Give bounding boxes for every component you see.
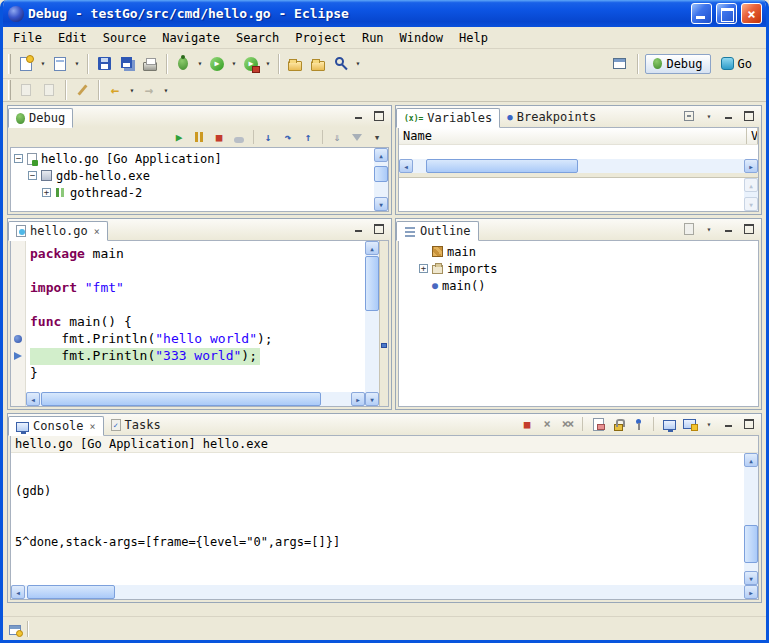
remove-launch-icon[interactable]: × (539, 417, 555, 431)
scrollbar-thumb[interactable] (41, 392, 321, 406)
last-edit-location-button[interactable] (71, 79, 93, 101)
breakpoint-ruler[interactable] (11, 241, 26, 406)
collapse-all-button[interactable] (681, 109, 697, 123)
toolbar-handle[interactable] (8, 54, 11, 74)
scroll-left-icon[interactable]: ◀ (11, 585, 25, 599)
minimize-view-button[interactable] (351, 222, 367, 236)
back-button[interactable]: ← (104, 79, 126, 101)
code-line[interactable]: package main (30, 246, 365, 263)
code-line[interactable]: func main() { (30, 314, 365, 331)
expander-icon[interactable]: − (28, 171, 37, 180)
vertical-scrollbar[interactable]: ▲ ▼ (374, 148, 388, 211)
scroll-right-icon[interactable]: ▶ (744, 159, 758, 173)
external-tools-dropdown[interactable]: ▾ (263, 53, 273, 75)
code-line[interactable] (30, 263, 365, 280)
toolbar-handle[interactable] (8, 80, 11, 100)
column-header-value[interactable]: Value (747, 128, 758, 144)
back-dropdown[interactable]: ▾ (127, 79, 137, 101)
terminate-icon[interactable]: ■ (519, 417, 535, 431)
maximize-view-button[interactable] (741, 222, 757, 236)
outline-tree[interactable]: main + imports ● main() (399, 241, 758, 294)
scrollbar-track[interactable] (744, 467, 758, 571)
tree-row[interactable]: + imports (419, 260, 758, 277)
new-menu-button[interactable] (49, 53, 71, 75)
vertical-scrollbar[interactable]: ▲ ▼ (744, 178, 758, 211)
scroll-up-icon[interactable]: ▲ (744, 453, 758, 467)
menu-help[interactable]: Help (451, 29, 496, 47)
forward-button[interactable]: → (138, 79, 160, 101)
detail-pane-text[interactable] (399, 178, 744, 211)
pin-console-button[interactable] (630, 417, 646, 431)
view-menu-icon[interactable]: ▾ (701, 109, 717, 123)
drop-to-frame-icon[interactable]: ⇓ (328, 129, 346, 145)
debug-perspective-button[interactable]: Debug (645, 54, 710, 74)
save-all-button[interactable] (116, 53, 138, 75)
code-line-current[interactable]: fmt.Println("333 world"); (30, 348, 260, 365)
scrollbar-thumb[interactable] (744, 525, 758, 562)
scrollbar-thumb[interactable] (365, 256, 379, 311)
code-line[interactable]: } (30, 365, 365, 382)
code-line[interactable]: import "fmt" (30, 280, 365, 297)
minimize-view-button[interactable] (351, 109, 367, 123)
fast-view-icon[interactable] (9, 625, 21, 635)
tree-row[interactable]: − gdb-hello.exe (14, 167, 374, 184)
open-perspective-button[interactable] (608, 53, 630, 75)
close-button[interactable]: × (741, 3, 762, 24)
new-menu-dropdown[interactable]: ▾ (72, 53, 82, 75)
minimize-view-button[interactable] (721, 417, 737, 431)
breakpoint-marker-icon[interactable] (14, 335, 22, 343)
scrollbar-thumb[interactable] (27, 585, 115, 599)
terminate-icon[interactable]: ■ (210, 129, 228, 145)
go-perspective-button[interactable]: Go (714, 55, 759, 73)
tab-breakpoints[interactable]: ● Breakpoints (500, 107, 603, 127)
suspend-icon[interactable] (190, 129, 208, 145)
scrollbar-track[interactable] (25, 585, 744, 599)
tree-row[interactable]: main (419, 243, 758, 260)
menu-edit[interactable]: Edit (50, 29, 95, 47)
remove-all-launches-icon[interactable]: ×× (559, 417, 575, 431)
print-button[interactable] (139, 53, 161, 75)
open-console-button[interactable] (681, 417, 697, 431)
tab-hello-go[interactable]: hello.go × (8, 221, 108, 241)
horizontal-scrollbar[interactable]: ◀ ▶ (26, 392, 365, 406)
expander-icon[interactable]: + (419, 264, 428, 273)
view-menu-icon[interactable]: ▾ (368, 129, 386, 145)
scrollbar-track[interactable] (40, 392, 351, 406)
menu-project[interactable]: Project (287, 29, 354, 47)
scroll-down-icon[interactable]: ▼ (365, 392, 379, 406)
maximize-button[interactable] (716, 3, 737, 24)
disconn[interactable] (230, 129, 248, 145)
tree-row[interactable]: − hello.go [Go Application] (14, 150, 374, 167)
previous-annotation-button[interactable] (38, 79, 60, 101)
search-dropdown[interactable]: ▾ (353, 53, 363, 75)
variables-tree[interactable] (399, 145, 758, 159)
overview-ruler[interactable] (379, 241, 388, 406)
run-button[interactable]: ▶ (206, 53, 228, 75)
view-menu-icon[interactable]: ▾ (701, 222, 717, 236)
tab-outline[interactable]: Outline (396, 221, 479, 241)
close-tab-icon[interactable]: × (94, 226, 100, 237)
scrollbar-track[interactable] (374, 162, 388, 197)
minimize-button[interactable] (691, 3, 712, 24)
debug-tree[interactable]: − hello.go [Go Application] − gdb-hello.… (11, 148, 374, 211)
minimize-view-button[interactable] (721, 109, 737, 123)
titlebar[interactable]: Debug - testGo/src/cmd/hello.go - Eclips… (3, 0, 766, 27)
code-line[interactable] (30, 297, 365, 314)
scroll-up-icon[interactable]: ▲ (374, 148, 388, 162)
tree-row[interactable]: ● main() (419, 277, 758, 294)
maximize-view-button[interactable] (741, 109, 757, 123)
code-line[interactable]: fmt.Println("hello world"); (30, 331, 365, 348)
step-over-icon[interactable]: ↷ (279, 129, 297, 145)
menu-file[interactable]: File (5, 29, 50, 47)
open-element-button[interactable] (307, 53, 329, 75)
sort-button[interactable] (681, 222, 697, 236)
maximize-view-button[interactable] (741, 417, 757, 431)
stepfilters[interactable] (348, 129, 366, 145)
scroll-up-icon[interactable]: ▲ (365, 241, 379, 255)
display-selected-console-button[interactable] (661, 417, 677, 431)
horizontal-scrollbar[interactable]: ◀ ▶ (11, 585, 758, 599)
scroll-down-icon[interactable]: ▼ (744, 571, 758, 585)
maximize-view-button[interactable] (371, 222, 387, 236)
menu-run[interactable]: Run (354, 29, 392, 47)
step-return-icon[interactable]: ↑ (299, 129, 317, 145)
